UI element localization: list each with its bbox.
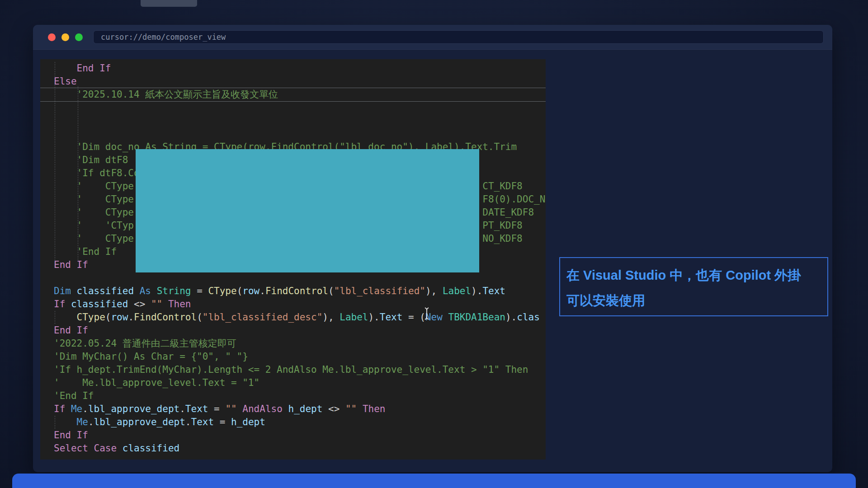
traffic-lights xyxy=(48,33,83,41)
url-text: cursor://demo/composer_view xyxy=(101,33,226,42)
code-line[interactable]: CType(row.FindControl("lbl_classified_de… xyxy=(40,311,546,324)
window-titlebar[interactable]: cursor://demo/composer_view xyxy=(33,25,832,50)
address-bar[interactable]: cursor://demo/composer_view xyxy=(93,30,824,44)
code-line[interactable] xyxy=(40,114,546,127)
code-line[interactable]: End If xyxy=(40,429,546,442)
code-line[interactable]: End If xyxy=(40,62,546,75)
close-button[interactable] xyxy=(48,33,56,41)
code-line[interactable]: ' Me.lbl_approve_level.Text = "1" xyxy=(40,376,546,389)
minimize-button[interactable] xyxy=(61,33,69,41)
redaction-overlay xyxy=(136,149,479,272)
callout-box: 在 Visual Studio 中，也有 Copilot 外掛 可以安裝使用 xyxy=(559,257,828,316)
bottom-accent-bar xyxy=(12,474,856,488)
code-line[interactable]: End If xyxy=(40,324,546,337)
callout-line-2: 可以安裝使用 xyxy=(566,288,821,313)
code-line[interactable] xyxy=(40,127,546,141)
top-tab-fragment xyxy=(141,0,197,7)
code-line[interactable]: If classified <> "" Then xyxy=(40,298,546,311)
code-line[interactable]: If Me.lbl_approve_dept.Text = "" AndAlso… xyxy=(40,403,546,416)
code-line[interactable] xyxy=(40,272,546,285)
code-line[interactable]: '2025.10.14 紙本公文顯示主旨及收發文單位 xyxy=(40,88,546,101)
code-line[interactable]: 'Dim MyChar() As Char = {"0", " "} xyxy=(40,350,546,363)
code-line[interactable]: Else xyxy=(40,75,546,88)
code-line[interactable]: Select Case classified xyxy=(40,442,546,455)
zoom-button[interactable] xyxy=(75,33,83,41)
code-line[interactable]: 'If h_dept.TrimEnd(MyChar).Length <= 2 A… xyxy=(40,363,546,376)
code-line[interactable]: Me.lbl_approve_dept.Text = h_dept xyxy=(40,416,546,429)
code-line[interactable]: Dim classified As String = CType(row.Fin… xyxy=(40,285,546,298)
code-line[interactable]: '2022.05.24 普通件由二級主管核定即可 xyxy=(40,337,546,350)
callout-line-1: 在 Visual Studio 中，也有 Copilot 外掛 xyxy=(566,263,821,288)
code-line[interactable] xyxy=(40,101,546,114)
code-line[interactable]: 'End If xyxy=(40,389,546,403)
